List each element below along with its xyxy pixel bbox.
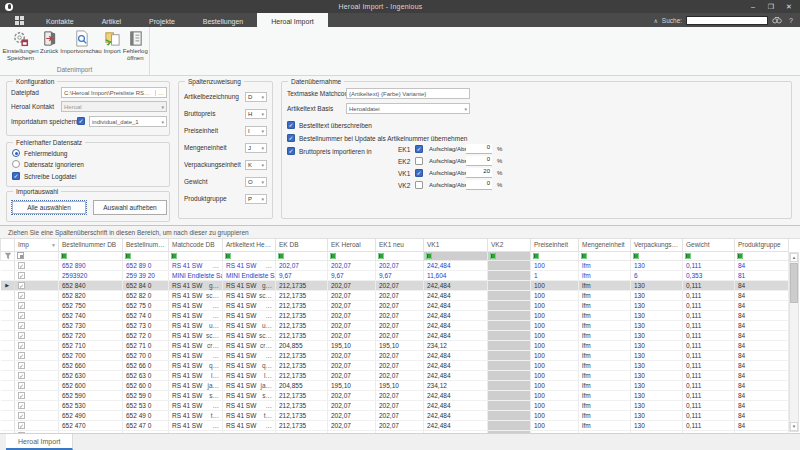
cell-match[interactable]: RS 41 SW… bbox=[169, 400, 223, 410]
cell-b_db[interactable]: 652 740 bbox=[59, 310, 123, 320]
column-header-b_he[interactable]: Bestellnummer He... bbox=[123, 239, 169, 251]
cell-vk2[interactable] bbox=[488, 360, 531, 370]
cell-ek1[interactable]: 202,07 bbox=[376, 390, 424, 400]
cell-match[interactable]: RS 41 SW… bbox=[169, 350, 223, 360]
cell-gw[interactable]: 0,111 bbox=[683, 310, 735, 320]
radio-fehlermeldung[interactable] bbox=[12, 149, 20, 157]
cell-match[interactable]: RS 41 SW… bbox=[169, 430, 223, 433]
cell-pe[interactable]: 100 bbox=[531, 390, 579, 400]
app-menu-icon[interactable] bbox=[6, 13, 32, 27]
cell-ek_db[interactable]: 202,07 bbox=[276, 260, 328, 270]
save-settings-button[interactable]: Einstellungen Speichern bbox=[2, 27, 39, 61]
cell-gw[interactable]: 0,111 bbox=[683, 350, 735, 360]
cell-ek1[interactable]: 202,07 bbox=[376, 330, 424, 340]
table-row[interactable]: ✓652 720652 72 0RS 41 SWsc…RS 41 SWsc…21… bbox=[1, 330, 789, 340]
imp-checkbox[interactable]: ✓ bbox=[18, 282, 25, 289]
scrollbar-thumb[interactable] bbox=[790, 263, 798, 303]
column-header-ek_db[interactable]: EK DB bbox=[276, 239, 328, 251]
cell-pe[interactable]: 1 bbox=[531, 270, 579, 280]
cell-gw[interactable]: 0,111 bbox=[683, 390, 735, 400]
cell-me[interactable]: lfm bbox=[579, 290, 631, 300]
cell-gw[interactable]: 0,353 bbox=[683, 270, 735, 280]
cell-vk1[interactable]: 242,484 bbox=[424, 360, 488, 370]
table-row[interactable]: ✓652 660652 66 0RS 41 SWq…RS 41 SWq…212,… bbox=[1, 360, 789, 370]
table-row[interactable]: ✓652 750652 75 0RS 41 SW…RS 41 SW…212,17… bbox=[1, 300, 789, 310]
cell-imp[interactable]: ✓ bbox=[15, 300, 59, 310]
table-row[interactable]: ✓2593920259 39 20MINI Endleiste Sa…MINI … bbox=[1, 270, 789, 280]
collapse-ribbon-icon[interactable]: ∧ bbox=[653, 17, 657, 24]
filter-edit-icon[interactable] bbox=[685, 253, 691, 259]
cell-vk2[interactable] bbox=[488, 410, 531, 420]
cell-imp[interactable]: ✓ bbox=[15, 430, 59, 433]
cell-me[interactable]: lfm bbox=[579, 310, 631, 320]
cell-ve[interactable]: 130 bbox=[631, 360, 683, 370]
cell-imp[interactable]: ✓ bbox=[15, 360, 59, 370]
table-row[interactable]: ✓652 740652 74 0RS 41 SW…RS 41 SW…212,17… bbox=[1, 310, 789, 320]
cell-b_db[interactable]: 652 530 bbox=[59, 400, 123, 410]
cell-art[interactable]: RS 41 SWcr… bbox=[223, 340, 276, 350]
aufschlag-value-input[interactable]: 0 bbox=[466, 144, 492, 154]
cell-ve[interactable]: 130 bbox=[631, 390, 683, 400]
cell-imp[interactable]: ✓ bbox=[15, 390, 59, 400]
cell-imp[interactable]: ✓ bbox=[15, 340, 59, 350]
cell-pg[interactable]: 84 bbox=[735, 310, 789, 320]
aufschlag-value-input[interactable]: 20 bbox=[466, 168, 492, 178]
cell-imp[interactable]: ✓ bbox=[15, 270, 59, 280]
imp-checkbox[interactable]: ✓ bbox=[18, 302, 25, 309]
cell-gw[interactable]: 0,111 bbox=[683, 400, 735, 410]
search-input[interactable] bbox=[686, 16, 768, 25]
cell-b_db[interactable]: 652 710 bbox=[59, 340, 123, 350]
ribbon-tab-heroal-import[interactable]: Heroal Import bbox=[257, 13, 327, 27]
cell-ek_db[interactable]: 212,1735 bbox=[276, 410, 328, 420]
cell-imp[interactable]: ✓ bbox=[15, 370, 59, 380]
column-header-art[interactable]: Artikeltext Heroal bbox=[223, 239, 276, 251]
cell-me[interactable]: lfm bbox=[579, 420, 631, 430]
cell-pg[interactable]: 84 bbox=[735, 360, 789, 370]
filter-cell-pg[interactable] bbox=[735, 251, 789, 260]
table-row[interactable]: ▶✓652 840652 84 0RS 41 SWg…RS 41 SWg…212… bbox=[1, 280, 789, 290]
cell-pe[interactable]: 100 bbox=[531, 290, 579, 300]
cell-pg[interactable]: 84 bbox=[735, 320, 789, 330]
cell-vk1[interactable]: 242,484 bbox=[424, 370, 488, 380]
cell-ve[interactable]: 130 bbox=[631, 380, 683, 390]
cell-pg[interactable]: 84 bbox=[735, 410, 789, 420]
cell-pg[interactable]: 84 bbox=[735, 280, 789, 290]
cell-pg[interactable]: 84 bbox=[735, 370, 789, 380]
cell-b_he[interactable]: 652 82 0 bbox=[123, 290, 169, 300]
cell-b_db[interactable]: 652 660 bbox=[59, 360, 123, 370]
cell-ek1[interactable]: 202,07 bbox=[376, 370, 424, 380]
filter-cell-ind[interactable] bbox=[1, 251, 15, 260]
table-row[interactable]: ✓652 470652 47 0RS 41 SW…RS 41 SW…212,17… bbox=[1, 420, 789, 430]
cell-ek_db[interactable]: 212,1735 bbox=[276, 430, 328, 433]
cell-pe[interactable]: 100 bbox=[531, 360, 579, 370]
cell-vk2[interactable] bbox=[488, 340, 531, 350]
cell-b_he[interactable]: 652 73 0 bbox=[123, 320, 169, 330]
cell-gw[interactable]: 0,111 bbox=[683, 430, 735, 433]
cell-gw[interactable]: 0,111 bbox=[683, 420, 735, 430]
filter-edit-icon[interactable] bbox=[737, 253, 743, 259]
cell-gw[interactable]: 0,111 bbox=[683, 330, 735, 340]
cell-art[interactable]: MINI Endleiste Safe bbox=[223, 270, 276, 280]
importdatum-checkbox[interactable]: ✓ bbox=[77, 117, 85, 125]
cell-ek_db[interactable]: 212,1735 bbox=[276, 390, 328, 400]
cell-match[interactable]: RS 41 SWg… bbox=[169, 280, 223, 290]
cell-ve[interactable]: 130 bbox=[631, 330, 683, 340]
filter-edit-icon[interactable] bbox=[378, 253, 384, 259]
cell-pe[interactable]: 100 bbox=[531, 280, 579, 290]
filter-edit-icon[interactable] bbox=[225, 253, 231, 259]
mapping-column-dropdown[interactable]: O▾ bbox=[245, 177, 267, 187]
imp-checkbox[interactable]: ✓ bbox=[18, 332, 25, 339]
cell-ve[interactable]: 130 bbox=[631, 260, 683, 270]
column-header-imp[interactable]: Imp▼ bbox=[15, 239, 59, 251]
cell-ek_he[interactable]: 202,07 bbox=[328, 300, 376, 310]
vertical-scrollbar[interactable]: ▲ ▼ bbox=[789, 252, 799, 432]
cell-match[interactable]: RS 41 SW… bbox=[169, 310, 223, 320]
table-row[interactable]: ✓652 730652 73 0RS 41 SWu…RS 41 SWu…212,… bbox=[1, 320, 789, 330]
cell-ek_db[interactable]: 212,1735 bbox=[276, 310, 328, 320]
filter-edit-icon[interactable] bbox=[330, 253, 336, 259]
ribbon-tab-bestellungen[interactable]: Bestellungen bbox=[189, 13, 257, 27]
cell-b_he[interactable]: 652 74 0 bbox=[123, 310, 169, 320]
cell-ek1[interactable]: 195,10 bbox=[376, 380, 424, 390]
cell-gw[interactable]: 0,111 bbox=[683, 320, 735, 330]
price-checkbox-vk1[interactable]: ✓ bbox=[415, 169, 423, 177]
